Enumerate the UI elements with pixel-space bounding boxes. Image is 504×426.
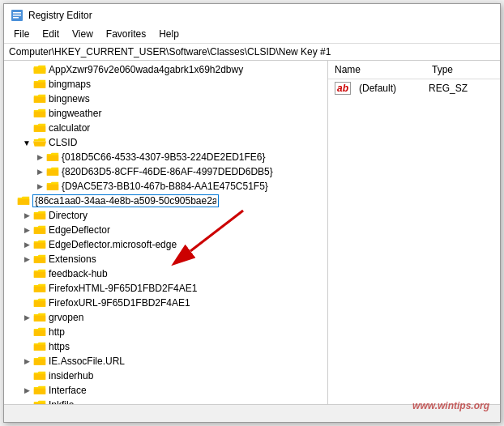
tree-item-http[interactable]: http <box>4 325 327 339</box>
folder-icon <box>33 356 46 367</box>
tree-item-label: {820D63D5-8CFF-46DE-86AF-4997DEDD6DB5} <box>62 166 273 177</box>
tree-item-edgedeflector-me[interactable]: ▶ EdgeDeflector.microsoft-edge <box>4 237 327 252</box>
tree-item-label: http <box>49 326 65 338</box>
tree-item-firefoxhtml[interactable]: FirefoxHTML-9F65D1FBD2F4AE1 <box>4 281 327 296</box>
svg-rect-3 <box>13 17 19 19</box>
tree-item-label: {018D5C66-4533-4307-9B53-224DE2ED1FE6} <box>62 151 266 163</box>
expand-btn: ▶ <box>20 209 33 222</box>
folder-icon <box>33 122 46 134</box>
main-content: AppXzwr976v2e060wada4gabrk1x69h2dbwy bin… <box>4 61 500 404</box>
menu-edit[interactable]: Edit <box>36 27 66 41</box>
expand-btn <box>20 369 33 382</box>
tree-item-inkfile[interactable]: Inkfile <box>4 398 327 404</box>
folder-icon <box>33 64 46 75</box>
tree-item-label: https <box>49 341 70 352</box>
tree-item-bingnews[interactable]: bingnews <box>4 92 327 106</box>
tree-item-label: FirefoxHTML-9F65D1FBD2F4AE1 <box>49 283 197 294</box>
tree-item-firefoxurl[interactable]: FirefoxURL-9F65D1FBD2F4AE1 <box>4 296 327 310</box>
tree-item-feedbackhub[interactable]: feedback-hub <box>4 266 327 281</box>
tree-item-label: CLSID <box>49 137 77 148</box>
col-type-header: Type <box>432 64 453 75</box>
folder-icon <box>46 181 59 192</box>
registry-editor-window: Registry Editor File Edit View Favorites… <box>3 3 501 423</box>
tree-item-calculator[interactable]: calculator <box>4 121 327 135</box>
folder-icon <box>33 79 46 90</box>
folder-icon <box>33 210 46 221</box>
tree-item-label: feedback-hub <box>49 268 108 279</box>
tree-item-clsid[interactable]: ▼ CLSID <box>4 135 327 150</box>
tree-item-bingmaps[interactable]: bingmaps <box>4 77 327 92</box>
expand-btn: ▼ <box>20 136 33 149</box>
folder-icon <box>17 195 30 207</box>
tree-item-extensions[interactable]: ▶ Extensions <box>4 252 327 266</box>
folder-icon <box>33 108 46 119</box>
tree-item-https[interactable]: https <box>4 339 327 354</box>
folder-icon <box>33 341 46 352</box>
status-bar <box>4 404 500 422</box>
tree-item-clsid2[interactable]: ▶ {820D63D5-8CFF-46DE-86AF-4997DEDD6DB5} <box>4 164 327 179</box>
folder-icon <box>33 399 46 404</box>
tree-item-directory[interactable]: ▶ Directory <box>4 208 327 223</box>
ab-icon: ab <box>335 82 351 95</box>
folder-icon <box>33 239 46 250</box>
window-title: Registry Editor <box>28 10 92 21</box>
expand-btn: ▶ <box>33 165 46 178</box>
tree-item-label: Interface <box>49 385 87 396</box>
tree-item-appxzwr[interactable]: AppXzwr976v2e060wada4gabrk1x69h2dbwy <box>4 62 327 77</box>
expand-btn <box>20 267 33 280</box>
tree-item-insiderhub[interactable]: insiderhub <box>4 368 327 383</box>
tree-item-label: Inkfile <box>49 399 74 404</box>
menu-file[interactable]: File <box>7 27 36 41</box>
folder-icon <box>33 370 46 381</box>
folder-icon <box>33 93 46 104</box>
expand-btn: ▶ <box>20 253 33 266</box>
tree-item-label: grvopen <box>49 312 83 323</box>
expand-btn <box>20 63 33 76</box>
expand-btn: ▶ <box>20 238 33 251</box>
tree-item-label: FirefoxURL-9F65D1FBD2F4AE1 <box>49 297 190 309</box>
folder-icon <box>33 253 46 265</box>
col-name-header: Name <box>335 64 432 75</box>
expand-btn <box>20 92 33 105</box>
folder-icon <box>33 283 46 294</box>
tree-item-interface[interactable]: ▶ Interface <box>4 383 327 398</box>
tree-item-label: Extensions <box>49 253 96 265</box>
menu-view[interactable]: View <box>66 27 100 41</box>
tree-item-clsid1[interactable]: ▶ {018D5C66-4533-4307-9B53-224DE2ED1FE6} <box>4 150 327 164</box>
tree-item-label: {D9AC5E73-BB10-467b-B884-AA1E475C51F5} <box>62 181 268 192</box>
expand-btn <box>20 296 33 309</box>
tree-item-label: IE.AssocFile.URL <box>49 356 125 367</box>
expand-btn <box>20 326 33 339</box>
folder-icon <box>33 312 46 323</box>
tree-item-grvopen[interactable]: ▶ grvopen <box>4 310 327 325</box>
tree-item-label: bingweather <box>49 108 101 119</box>
expand-btn: ▶ <box>33 180 46 193</box>
menu-help[interactable]: Help <box>152 27 186 41</box>
right-panel-header: Name Type <box>328 61 500 79</box>
folder-icon <box>33 268 46 279</box>
right-panel-row-default[interactable]: ab (Default) REG_SZ <box>328 79 500 97</box>
title-bar: Registry Editor <box>4 4 500 25</box>
tree-item-ieassoc[interactable]: ▶ IE.AssocFile.URL <box>4 354 327 368</box>
folder-icon <box>33 297 46 309</box>
folder-icon <box>33 326 46 338</box>
app-icon <box>11 9 23 22</box>
expand-btn <box>20 121 33 134</box>
tree-item-label: insiderhub <box>49 370 93 381</box>
tree-item-clsid3[interactable]: ▶ {D9AC5E73-BB10-467b-B884-AA1E475C51F5} <box>4 179 327 194</box>
tree-item-edgedeflector[interactable]: ▶ EdgeDeflector <box>4 223 327 237</box>
tree-item-label: EdgeDeflector.microsoft-edge <box>49 239 177 250</box>
rename-input[interactable] <box>32 194 219 207</box>
expand-btn: ▶ <box>20 384 33 397</box>
tree-item-label: bingmaps <box>49 79 91 90</box>
expand-btn <box>20 78 33 91</box>
tree-item-newkey1[interactable] <box>4 194 327 208</box>
tree-item-label: bingnews <box>49 93 90 104</box>
expand-btn <box>20 107 33 120</box>
folder-icon <box>46 151 59 163</box>
tree-panel[interactable]: AppXzwr976v2e060wada4gabrk1x69h2dbwy bin… <box>4 61 328 404</box>
address-bar: Computer\HKEY_CURRENT_USER\Software\Clas… <box>4 44 500 61</box>
menu-favorites[interactable]: Favorites <box>100 27 152 41</box>
tree-item-bingweather[interactable]: bingweather <box>4 106 327 121</box>
expand-btn: ▶ <box>20 224 33 236</box>
